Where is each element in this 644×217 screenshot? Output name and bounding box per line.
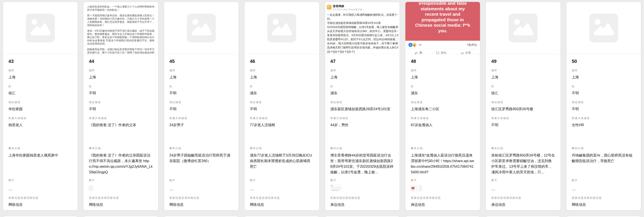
thumbnail-image [418, 185, 421, 191]
incident-card[interactable]: 46 城市 上海 区 浦东 地址描述 不明 死者大体描述 77岁老人沈瑞根 事件… [244, 2, 319, 211]
image-placeholder-icon [187, 13, 216, 42]
source-type-label: 直接信息还是间接信息 [89, 196, 152, 199]
field-address: 地址描述 上海浦东寿二小区 [411, 101, 474, 112]
image-label: 图片 [411, 179, 474, 182]
card-number: 49 [491, 58, 555, 64]
next-row-card-stub[interactable] [566, 216, 641, 217]
district-label: 区 [411, 85, 474, 88]
image-placeholder [164, 2, 238, 54]
source-type-value: 网络信息 [8, 202, 72, 207]
next-row-card-stub[interactable] [405, 216, 480, 217]
field-victim-description: 死者大体描述 不明 [491, 117, 555, 127]
weibo-text-line: 恳求相关部门能帮忙处理好后续问题，并做好两位老人的心理疏导，给予 [327, 46, 398, 50]
intro-label: 事件介绍 [411, 147, 474, 150]
source-type-value: 网络信息 [250, 202, 314, 207]
next-row-card-stub[interactable] [83, 216, 158, 217]
image-label: 图片 [491, 179, 555, 182]
card-fields: 45 城市 上海 区 不明 地址描述 不明 死者大体描述 24岁男子 事件介绍 … [164, 54, 238, 210]
card-image-area [164, 2, 238, 54]
incident-card[interactable]: 45 城市 上海 区 不明 地址描述 不明 死者大体描述 24岁男子 事件介绍 … [164, 2, 239, 211]
source-type-label: 直接信息还是间接信息 [491, 196, 555, 199]
source-type-value: 身边信息 [411, 202, 474, 207]
district-value: 不明 [170, 90, 233, 96]
image-placeholder [244, 2, 319, 54]
article-paragraph: 谁知，4月3日被告知爸爸不得不进行高位截肢，由于下肢动脉硬化，整条腿要截去，我作… [87, 29, 154, 45]
field-address: 地址描述 不明 [572, 101, 636, 112]
city-value: 上海 [491, 74, 555, 80]
comment-icon [436, 51, 440, 54]
field-source-type: 直接信息还是间接信息 身边信息 [491, 196, 555, 207]
next-row-card-stub[interactable] [164, 216, 239, 217]
reaction-count: 19 [418, 43, 421, 46]
intro-value: 坐标徐汇区罗秀路850弄26号楼，12号在小区群里求救需要硝酸甘油，没见到救护车… [491, 152, 555, 175]
district-label: 区 [491, 85, 555, 88]
facebook-post-screenshot: irresponsible and falsestatements about … [406, 2, 480, 54]
victim-label: 死者大体描述 [8, 117, 72, 120]
next-row-card-stub[interactable] [486, 216, 560, 217]
weibo-timestamp: 4-2 02:31 来自 iPhone客户端 [333, 8, 362, 11]
image-placeholder-icon [509, 13, 538, 42]
address-label: 地址描述 [170, 101, 233, 104]
city-label: 城市 [491, 69, 555, 72]
next-row-card-stub[interactable] [3, 216, 78, 217]
field-city: 城市 上海 [572, 69, 636, 80]
thumbnail-image [572, 189, 576, 191]
intro-value: 24岁男子因核酸而延误治疗而猝死于浦东医院（微博@红茶260） [170, 152, 233, 164]
card-image-area: irresponsible and falsestatements about … [406, 2, 480, 54]
image-placeholder-icon [267, 13, 296, 42]
address-label: 地址描述 [572, 101, 636, 104]
facebook-text-line: propagated those in [415, 17, 470, 23]
weibo-text-line: 一名志愿者，昨日我投入路浦西核酸检测的队伍，但是累了一天后晚上接 [327, 13, 398, 17]
intro-label: 事件介绍 [8, 147, 72, 150]
incident-card[interactable]: irresponsible and falsestatements about … [405, 2, 480, 211]
comment-button: 评论 [436, 51, 446, 54]
facebook-text-line: Chinese social media: f**k [415, 22, 470, 28]
thumbnail-image [8, 189, 12, 191]
district-value: 徐汇 [8, 90, 72, 96]
image-placeholder [566, 2, 641, 54]
thumbnail-image [491, 189, 495, 191]
weibo-text-line: [合十][合十][合十][合十] [327, 50, 398, 54]
thumbnail-image [170, 189, 174, 191]
incident-card[interactable]: 人都没有这样的机会，一个病人需要几十个人的同时帮助和关怀才有可能获得一丝的机会！… [83, 2, 158, 211]
address-label: 地址描述 [491, 101, 555, 104]
city-value: 上海 [250, 74, 314, 80]
victim-value: 44岁，男性 [330, 122, 394, 127]
intro-value: 浦东77岁老人沈瑞根于3月28日晚在ICU病房因长期未肾透析造成的心肌衰竭而死亡 [250, 152, 314, 169]
victim-label: 死者大体描述 [411, 117, 474, 120]
field-image: 图片 [8, 179, 72, 193]
field-image: 图片 [491, 179, 555, 193]
weibo-avatar [327, 5, 332, 9]
city-value: 上海 [411, 74, 474, 80]
district-label: 区 [89, 85, 152, 88]
image-thumbnail [411, 184, 474, 191]
field-source-type: 直接信息还是间接信息 身边信息 [411, 196, 474, 207]
image-placeholder-icon [26, 13, 55, 42]
incident-card[interactable]: 50 城市 上海 区 不明 地址描述 不明 死者大体描述 女性HR 事件介绍 丹… [566, 2, 641, 211]
address-label: 地址描述 [8, 101, 72, 104]
intro-label: 事件介绍 [250, 147, 314, 150]
intro-label: 事件介绍 [572, 147, 636, 150]
incident-card[interactable]: 49 城市 上海 区 徐汇 地址描述 徐汇区罗秀路850弄26号楼 死者大体描述… [486, 2, 560, 211]
intro-value: 上海浦东*血透病人延误治疗致死且遗体滞留家中约30小时！https://shar… [411, 152, 474, 175]
field-address: 地址描述 浦东新区唐镇创新西路28弄24号101室 [330, 101, 394, 112]
district-label: 区 [250, 85, 314, 88]
intro-label: 事件介绍 [491, 147, 555, 150]
weibo-post-header: 茶香禅静 4-2 02:31 来自 iPhone客户端 [327, 4, 398, 11]
field-image: 图片 [250, 179, 314, 193]
card-fields: 47 城市 上海 区 浦东 地址描述 浦东新区唐镇创新西路28弄24号101室 … [325, 54, 400, 210]
next-row-card-stub[interactable] [244, 216, 319, 217]
weibo-post-body: 一名志愿者，昨日我投入路浦西核酸检测的队伍，但是累了一天后晚上接到。哥家住浦东新… [327, 13, 398, 54]
next-row-card-stub[interactable] [325, 216, 400, 217]
victim-label: 死者大体描述 [491, 117, 555, 120]
victim-label: 死者大体描述 [572, 117, 636, 120]
image-label: 图片 [330, 179, 394, 182]
field-victim-description: 死者大体描述 《我的爸爸 没了》作者的父亲 [89, 117, 152, 127]
field-incident-intro: 事件介绍 丹纳赫集团的某Hr，因心脏猝死没有核酸报告耽误治疗，导致死亡 [572, 147, 636, 175]
incident-card[interactable]: 43 城市 上海 区 徐汇 地址描述 华欣家园 死者大体描述 独居老人 事件介绍… [3, 2, 78, 211]
field-image: 图片 [89, 179, 152, 193]
city-label: 城市 [250, 69, 314, 72]
card-fields: 44 城市 上海 区 不明 地址描述 不明 死者大体描述 《我的爸爸 没了》作者… [84, 54, 158, 210]
field-victim-description: 死者大体描述 44岁，男性 [330, 117, 394, 127]
incident-card[interactable]: 茶香禅静 4-2 02:31 来自 iPhone客户端 一名志愿者，昨日我投入路… [325, 2, 400, 211]
